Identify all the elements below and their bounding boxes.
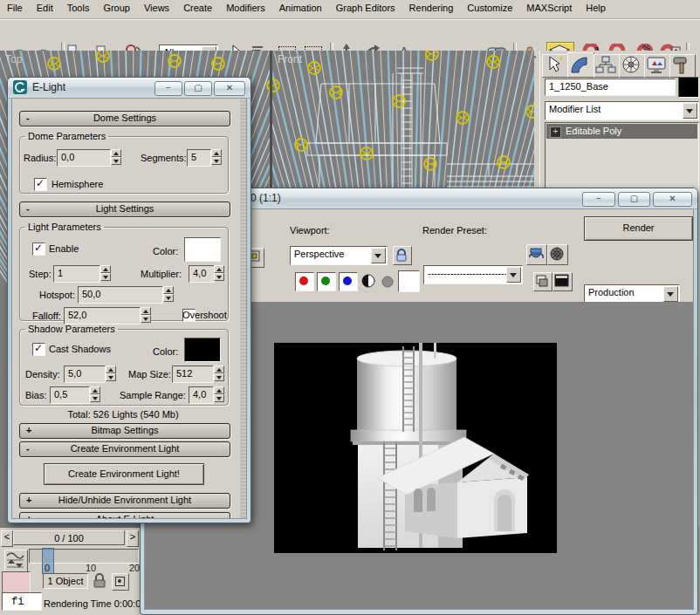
render-preset-dropdown[interactable]: ------------------------- bbox=[423, 265, 523, 284]
tab-display[interactable] bbox=[644, 54, 670, 78]
object-name-field[interactable]: 1_1250_Base bbox=[545, 79, 676, 96]
toggle-ui-icon[interactable] bbox=[552, 272, 573, 291]
stack-item-editable-poly[interactable]: + Editable Poly bbox=[546, 124, 697, 139]
hemisphere-checkbox[interactable] bbox=[34, 178, 47, 191]
frame-counter[interactable]: 0 / 100 bbox=[13, 530, 125, 545]
macro-recorder-pane[interactable] bbox=[2, 571, 31, 593]
elight-dialog: E-Light − ▢ ✕ - Dome Settings Dome Param… bbox=[7, 77, 251, 523]
menu-views[interactable]: Views bbox=[137, 0, 176, 17]
minimize-icon[interactable]: − bbox=[582, 192, 615, 207]
minimize-icon[interactable]: − bbox=[154, 81, 182, 96]
tab-create[interactable] bbox=[542, 54, 568, 78]
menu-rendering[interactable]: Rendering bbox=[402, 0, 461, 17]
elight-title-bar[interactable]: E-Light − ▢ ✕ bbox=[8, 78, 250, 99]
segments-spinner[interactable] bbox=[211, 149, 222, 165]
segments-field[interactable]: 5 bbox=[187, 149, 211, 167]
dialog-scrollbar[interactable] bbox=[240, 99, 246, 518]
tab-utilities[interactable] bbox=[669, 54, 696, 78]
render-teapot-icon[interactable] bbox=[526, 244, 547, 265]
background-color-swatch[interactable] bbox=[398, 270, 420, 292]
step-spinner[interactable] bbox=[100, 265, 111, 281]
shadow-color-swatch[interactable] bbox=[184, 338, 221, 362]
map-size-field[interactable]: 512 bbox=[172, 366, 214, 383]
rollout-light-settings[interactable]: - Light Settings bbox=[19, 202, 230, 217]
maximize-icon[interactable]: ▢ bbox=[184, 81, 212, 96]
sample-range-spinner[interactable] bbox=[214, 386, 224, 402]
menu-maxscript[interactable]: MAXScript bbox=[519, 0, 579, 17]
viewport-label-top[interactable]: Top bbox=[5, 53, 22, 65]
bias-field[interactable]: 0,5 bbox=[50, 386, 90, 404]
close-icon[interactable]: ✕ bbox=[214, 81, 245, 96]
mini-curve-editor-icon[interactable] bbox=[4, 550, 28, 572]
tab-modify[interactable] bbox=[567, 52, 594, 78]
create-environment-light-button[interactable]: Create Environment Light! bbox=[44, 463, 204, 485]
object-color-swatch[interactable] bbox=[678, 77, 699, 98]
enable-checkbox[interactable] bbox=[32, 243, 45, 256]
render-setup-icon[interactable] bbox=[547, 244, 568, 265]
menu-modifiers[interactable]: Modifiers bbox=[219, 0, 272, 17]
close-icon[interactable]: ✕ bbox=[653, 192, 692, 207]
rollout-bitmap-settings[interactable]: + Bitmap Settings bbox=[19, 423, 230, 439]
menu-edit[interactable]: Edit bbox=[30, 0, 60, 17]
tab-motion[interactable] bbox=[619, 54, 645, 78]
viewport-dropdown[interactable]: Perspective bbox=[290, 246, 388, 265]
listener-pane[interactable]: fi bbox=[2, 592, 42, 611]
menu-customize[interactable]: Customize bbox=[460, 0, 519, 17]
clone-window-icon[interactable] bbox=[533, 272, 552, 291]
dropdown-arrow-icon[interactable] bbox=[371, 248, 386, 263]
rollout-dome-settings[interactable]: - Dome Settings bbox=[19, 111, 230, 126]
render-mode-dropdown[interactable]: Production bbox=[584, 284, 680, 304]
rfw-viewport-label: Viewport: bbox=[290, 225, 330, 236]
density-spinner[interactable] bbox=[106, 366, 116, 381]
rollout-create-environment-light[interactable]: - Create Environment Light bbox=[19, 441, 230, 457]
red-channel-icon[interactable] bbox=[295, 272, 314, 291]
radius-field[interactable]: 0,0 bbox=[57, 149, 111, 167]
cast-shadows-checkbox[interactable] bbox=[32, 343, 45, 356]
rollout-hide-unhide[interactable]: + Hide/Unhide Environment Light bbox=[19, 493, 230, 509]
viewport-lock-icon[interactable] bbox=[393, 246, 412, 265]
viewport-label-front[interactable]: Front bbox=[278, 53, 302, 65]
menu-group[interactable]: Group bbox=[96, 0, 137, 17]
map-size-spinner[interactable] bbox=[214, 366, 224, 381]
tick-label-0: 0 bbox=[45, 563, 50, 573]
absolute-mode-icon[interactable] bbox=[112, 573, 129, 591]
selection-lock-icon[interactable] bbox=[93, 572, 106, 589]
render-button[interactable]: Render bbox=[584, 216, 693, 241]
menu-file[interactable]: File bbox=[0, 0, 30, 17]
monochrome-icon[interactable] bbox=[381, 276, 394, 288]
alpha-channel-icon[interactable] bbox=[361, 274, 376, 289]
menu-create[interactable]: Create bbox=[176, 0, 219, 17]
sample-range-field[interactable]: 4,0 bbox=[189, 386, 214, 404]
dropdown-arrow-icon[interactable] bbox=[663, 286, 678, 302]
expand-icon[interactable]: + bbox=[550, 126, 561, 138]
object-count: 1 Object bbox=[43, 573, 88, 589]
density-field[interactable]: 5,0 bbox=[64, 366, 106, 383]
prev-frame-button[interactable]: < bbox=[1, 530, 13, 547]
rollout-about-elight[interactable]: + About E-Light bbox=[19, 512, 230, 519]
radius-spinner[interactable] bbox=[111, 149, 121, 165]
light-color-swatch[interactable] bbox=[184, 237, 221, 262]
green-channel-icon[interactable] bbox=[317, 272, 336, 291]
modifier-list-dropdown[interactable]: Modifier List bbox=[545, 101, 699, 120]
rendering-time-text: Rendering Time 0:00:05 bbox=[44, 598, 146, 609]
tab-hierarchy[interactable] bbox=[594, 54, 620, 78]
step-field[interactable]: 1 bbox=[53, 265, 100, 283]
dropdown-arrow-icon[interactable] bbox=[506, 267, 521, 283]
dropdown-arrow-icon[interactable] bbox=[683, 103, 697, 119]
falloff-spinner[interactable] bbox=[141, 307, 151, 323]
menu-graph-editors[interactable]: Graph Editors bbox=[329, 0, 402, 17]
light-parameters-group: Light Parameters Enable Color: Step: 1 M… bbox=[19, 222, 229, 321]
menu-animation[interactable]: Animation bbox=[272, 0, 329, 17]
elight-body: - Dome Settings Dome Parameters Radius: … bbox=[11, 98, 247, 519]
falloff-field[interactable]: 52,0 bbox=[64, 307, 141, 325]
next-frame-button[interactable]: > bbox=[127, 530, 139, 547]
hotspot-spinner[interactable] bbox=[163, 286, 174, 302]
maximize-icon[interactable]: ▢ bbox=[618, 192, 650, 207]
bias-spinner[interactable] bbox=[90, 386, 100, 402]
menu-help[interactable]: Help bbox=[579, 0, 613, 17]
blue-channel-icon[interactable] bbox=[339, 272, 358, 291]
menu-tools[interactable]: Tools bbox=[60, 0, 97, 17]
multiplier-field[interactable]: 4,0 bbox=[189, 265, 215, 283]
multiplier-spinner[interactable] bbox=[214, 265, 224, 281]
hotspot-field[interactable]: 50,0 bbox=[78, 286, 163, 304]
